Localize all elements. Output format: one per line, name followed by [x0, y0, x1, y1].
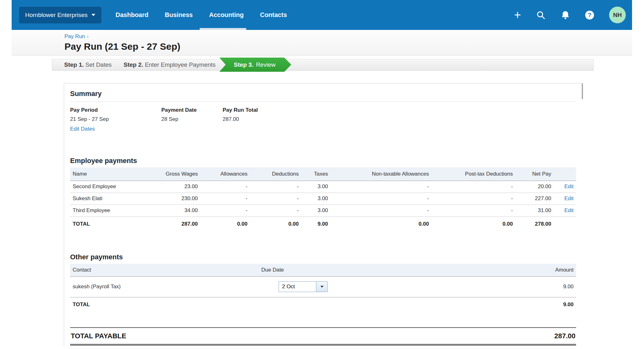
total-net-pay: 278.00: [515, 217, 554, 232]
total-non-taxable-allowances: 0.00: [330, 217, 431, 232]
nav-item-contacts[interactable]: Contacts: [260, 0, 287, 30]
cell-deductions: -: [250, 205, 301, 217]
scrollbar-thumb[interactable]: [582, 83, 583, 99]
pay-period-field: Pay Period 21 Sep - 27 Sep Edit Dates: [70, 107, 161, 132]
notifications-icon[interactable]: [561, 10, 570, 20]
wizard-steps-bar: Step 1. Set Dates Step 2. Enter Employee…: [52, 59, 594, 70]
total-post-tax-deductions: 0.00: [431, 217, 515, 232]
breadcrumb-separator: ›: [87, 34, 88, 39]
pay-period-label: Pay Period: [70, 107, 161, 113]
employee-total-row: TOTAL 287.00 0.00 0.00 9.00 0.00 0.00 27…: [70, 217, 576, 232]
cell-taxes: 3.00: [301, 181, 330, 193]
nav-item-business[interactable]: Business: [165, 0, 193, 30]
step-2-enter-employee-payments[interactable]: Step 2. Enter Employee Payments: [124, 61, 216, 68]
cell-gross-wages: 23.00: [153, 181, 200, 193]
employee-payments-heading: Employee payments: [70, 157, 576, 165]
total-payable-double-rule: [70, 344, 576, 346]
total-payable-row: TOTAL PAYABLE 287.00: [70, 327, 576, 344]
cell-post-tax-deductions: -: [431, 193, 515, 205]
cell-contact: sukesh (Payroll Tax): [70, 276, 259, 297]
step-3-prefix: Step 3.: [234, 61, 253, 68]
pay-period-value: 21 Sep - 27 Sep: [70, 116, 161, 122]
cell-allowances: -: [200, 193, 250, 205]
review-panel: Summary Pay Period 21 Sep - 27 Sep Edit …: [64, 83, 582, 346]
total-allowances: 0.00: [200, 217, 250, 232]
edit-dates-link[interactable]: Edit Dates: [70, 126, 95, 132]
cell-net-pay: 227.00: [515, 193, 554, 205]
pay-run-total-label: Pay Run Total: [223, 107, 258, 113]
col-net-pay: Net Pay: [515, 167, 554, 181]
col-name: Name: [70, 167, 153, 181]
col-gross-wages: Gross Wages: [153, 167, 200, 181]
add-icon[interactable]: +: [514, 10, 521, 20]
table-row: sukesh (Payroll Tax) 2 Oct 9.00: [70, 276, 576, 297]
page-header-band: Pay Run› Pay Run (21 Sep - 27 Sep): [12, 30, 632, 56]
col-amount: Amount: [447, 264, 576, 276]
other-payments-section: Other payments Contact Due Date Amount s…: [70, 253, 576, 312]
nav-item-dashboard[interactable]: Dashboard: [116, 0, 148, 30]
cell-name: Third Employee: [70, 205, 153, 217]
due-date-select[interactable]: 2 Oct: [279, 281, 328, 292]
other-payments-table: Contact Due Date Amount sukesh (Payroll …: [70, 264, 576, 312]
cell-non-taxable-allowances: -: [330, 205, 431, 217]
total-payable-amount: 287.00: [554, 332, 575, 340]
topbar-actions: + ? NH: [514, 7, 626, 23]
page-title: Pay Run (21 Sep - 27 Sep): [64, 41, 632, 52]
avatar[interactable]: NH: [609, 7, 626, 23]
step-2-label: Enter Employee Payments: [145, 61, 216, 68]
summary-heading: Summary: [70, 90, 576, 98]
cell-taxes: 3.00: [301, 205, 330, 217]
cell-gross-wages: 34.00: [153, 205, 200, 217]
total-deductions: 0.00: [250, 217, 301, 232]
col-non-taxable-allowances: Non-taxable Allowances: [330, 167, 431, 181]
pay-run-total-field: Pay Run Total 287.00: [223, 107, 258, 132]
due-date-dropdown-button[interactable]: [316, 282, 327, 292]
cell-deductions: -: [250, 181, 301, 193]
payment-date-label: Payment Date: [161, 107, 223, 113]
nav-item-accounting[interactable]: Accounting: [209, 0, 244, 30]
breadcrumb-pay-run-link[interactable]: Pay Run: [64, 33, 85, 39]
payment-date-field: Payment Date 28 Sep: [161, 107, 223, 132]
other-table-header-row: Contact Due Date Amount: [70, 264, 576, 276]
cell-taxes: 3.00: [301, 193, 330, 205]
table-row: Second Employee 23.00 - - 3.00 - - 20.00…: [70, 181, 576, 193]
employee-payments-section: Employee payments Name Gross Wages Allow…: [70, 157, 576, 232]
total-gross-wages: 287.00: [153, 217, 200, 232]
total-taxes: 9.00: [301, 217, 330, 232]
cell-non-taxable-allowances: -: [330, 193, 431, 205]
total-label: TOTAL: [70, 217, 153, 232]
total-amount: 9.00: [447, 297, 576, 312]
cell-post-tax-deductions: -: [431, 181, 515, 193]
help-icon[interactable]: ?: [585, 11, 594, 20]
cell-net-pay: 31.00: [515, 205, 554, 217]
step-3-review-active: Step 3. Review: [219, 58, 291, 72]
col-contact: Contact: [70, 264, 259, 276]
cell-deductions: -: [250, 193, 301, 205]
table-row: Third Employee 34.00 - - 3.00 - - 31.00 …: [70, 205, 576, 217]
col-allowances: Allowances: [200, 167, 250, 181]
cell-name: Second Employee: [70, 181, 153, 193]
step-1-label: Set Dates: [86, 61, 112, 68]
organisation-menu-button[interactable]: Hornblower Enterprises: [19, 7, 101, 23]
cell-net-pay: 20.00: [515, 181, 554, 193]
organisation-name: Hornblower Enterprises: [25, 12, 88, 19]
due-date-value: 2 Oct: [279, 282, 316, 292]
employee-payments-table: Name Gross Wages Allowances Deductions T…: [70, 167, 576, 232]
cell-amount: 9.00: [447, 276, 576, 297]
col-deductions: Deductions: [250, 167, 301, 181]
cell-post-tax-deductions: -: [431, 205, 515, 217]
col-actions: [554, 167, 576, 181]
primary-nav: Dashboard Business Accounting Contacts: [116, 0, 287, 30]
breadcrumb: Pay Run›: [64, 33, 632, 40]
app-window: Hornblower Enterprises Dashboard Busines…: [12, 0, 632, 346]
edit-row-link[interactable]: Edit: [564, 195, 574, 201]
col-due-date: Due Date: [259, 264, 447, 276]
search-icon[interactable]: [536, 10, 546, 20]
edit-row-link[interactable]: Edit: [564, 183, 574, 189]
caret-down-icon: [92, 14, 95, 16]
total-label: TOTAL: [70, 297, 259, 312]
edit-row-link[interactable]: Edit: [564, 207, 574, 213]
cell-name: Sukesh Elati: [70, 193, 153, 205]
summary-fields: Pay Period 21 Sep - 27 Sep Edit Dates Pa…: [70, 107, 576, 132]
step-1-set-dates[interactable]: Step 1. Set Dates: [64, 61, 112, 68]
